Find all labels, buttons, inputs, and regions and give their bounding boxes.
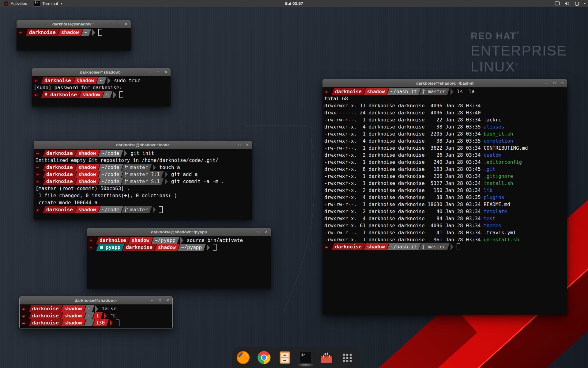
terminal-line: darknoiseshadow~130 [20,319,172,326]
close-button[interactable]: ✕ [245,143,249,147]
toolbox-icon [319,351,334,365]
terminal-content[interactable]: darknoiseshadow~ [17,28,131,51]
ls-row-meta: drwxrwxr-x. 61 darknoise darknoise 4096 … [322,222,484,229]
git-branch-icon [125,172,128,177]
ls-row-filename: .git [484,166,496,173]
dock-files-button[interactable] [278,351,292,365]
ls-row-filename: bash_it.sh [484,130,513,137]
prompt-segment-host: shadow [75,164,100,171]
maximize-button[interactable]: □ [158,298,162,302]
maximize-button[interactable]: □ [552,81,556,85]
terminal-window-sudo[interactable]: darknoise@shadow:~–□✕darknoiseshadow~sud… [32,68,171,106]
redhat-prompt-icon [324,245,329,249]
terminal-window-bash-it[interactable]: darknoise@shadow:~/bash-it–□✕darknoisesh… [322,79,567,315]
window-buttons: –□✕ [108,20,128,28]
minimize-button[interactable]: – [545,81,548,85]
minimize-button[interactable]: – [108,22,112,26]
redhat-prompt-icon [36,165,40,170]
ls-row-meta: -rw-rw-r--. 1 darknoise darknoise 22 Jan… [322,116,484,123]
window-titlebar[interactable]: darknoise@shadow:~/pyapp–□✕ [87,228,271,236]
git-branch-icon [125,165,128,170]
terminal-line: drwxrwxr-x. 11 darknoise darknoise 4096 … [322,102,567,109]
window-title: darknoise@shadow:~ [75,298,118,303]
minimize-button[interactable]: – [148,70,152,74]
terminal-line: -rw-rw-r--. 1 darknoise darknoise 3622 J… [322,144,567,151]
activities-button[interactable]: Activities [0,0,31,7]
clock[interactable]: Sat 03:57 [285,1,303,6]
close-button[interactable]: ✕ [264,230,268,234]
prompt-arrow-icon [450,243,454,250]
ls-row-filename: uninstall.sh [484,236,519,243]
redhat-prompt-icon [36,151,40,155]
command-text: git add a [171,171,198,178]
window-title: darknoise@shadow:~ [80,70,123,75]
minimize-button[interactable]: – [150,298,154,302]
ls-row-filename: .gitignore [484,173,513,180]
prompt-os-segment [322,88,334,95]
prompt-segment-path: ~/code [98,206,123,213]
prompt-os-segment [34,171,45,178]
terminal-line: drwxrwxr-x. 2 darknoise darknoise 150 Ja… [322,187,567,194]
dock-terminal-button[interactable]: $> [299,351,313,365]
minimize-button[interactable]: – [248,230,252,234]
maximize-button[interactable]: □ [116,22,120,26]
git-branch-icon [422,244,426,249]
dock-chrome-button[interactable] [257,351,271,365]
redhat-wallpaper-logo: RED HAT® ENTERPRISE LINUX® [471,31,567,74]
desktop: RED HAT® ENTERPRISE LINUX® Activities $>… [0,0,588,368]
close-button[interactable]: ✕ [124,22,128,26]
prompt-os-segment [32,91,43,98]
terminal-content[interactable]: darknoiseshadow~falsedarknoiseshadow~1^C… [20,305,172,328]
terminal-window-home-small[interactable]: darknoise@shadow:~–□✕darknoiseshadow~ [17,20,131,51]
terminal-content[interactable]: darknoiseshadow~/codegit initInitialized… [34,149,252,220]
prompt-segment-path: ~ [96,77,107,84]
prompt-os-segment [20,319,31,326]
terminal-line: darknoiseshadow~1^C [20,312,172,319]
command-text: source bin/activate [187,237,243,244]
redhat-prompt-icon [36,208,40,212]
brand-line-3: LINUX® [471,59,567,74]
terminal-cursor [116,320,119,326]
terminal-window-code[interactable]: darknoise@shadow:~/code–□✕darknoiseshado… [34,141,252,220]
app-menu-terminal[interactable]: $> Terminal ▼ [31,0,66,7]
terminal-cursor [98,29,102,36]
prompt-segment-path: ~ [84,312,95,319]
maximize-button[interactable]: □ [156,70,160,74]
window-titlebar[interactable]: darknoise@shadow:~/code–□✕ [34,141,252,149]
prompt-segment-path: ~/pyapp [178,244,206,251]
window-titlebar[interactable]: darknoise@shadow:~–□✕ [17,20,131,28]
terminal-content[interactable]: darknoiseshadow~/bash-itmasterls -latota… [322,87,567,315]
terminal-line: drwxrwxr-x. 61 darknoise darknoise 4096 … [322,222,567,229]
maximize-button[interactable]: □ [237,143,241,147]
prompt-segment-path: ~/code [98,171,123,178]
system-status-menu[interactable]: ▾ [555,0,586,7]
minimize-button[interactable]: – [229,143,233,147]
terminal-line: create mode 100644 a [34,199,252,206]
terminal-content[interactable]: darknoiseshadow~/pyappsource bin/activat… [87,236,271,289]
prompt-os-segment [322,243,334,250]
terminal-line: darknoiseshadow~/bash-itmasterls -la [322,88,567,95]
dock-app-grid-button[interactable] [340,351,354,365]
window-title: darknoise@shadow:~/code [116,143,170,147]
window-titlebar[interactable]: darknoise@shadow:~–□✕ [32,68,171,76]
terminal-line: # darknoiseshadow~ [32,91,171,98]
prompt-arrow-icon [207,244,210,251]
close-button[interactable]: ✕ [164,70,168,74]
dock-firefox-button[interactable] [236,351,250,365]
close-button[interactable]: ✕ [166,298,170,302]
ls-row-filename: .editorconfig [484,159,522,166]
terminal-line: darknoiseshadow~sudo true [32,77,171,84]
window-titlebar[interactable]: darknoise@shadow:~–□✕ [20,296,172,305]
activities-label: Activities [11,1,27,6]
terminal-line: darknoiseshadow~/bash-itmaster [322,243,567,250]
prompt-segment-path: ~/pyapp [152,237,179,244]
terminal-cursor [159,206,163,213]
close-button[interactable]: ✕ [560,81,564,85]
prompt-segment-path: ~ [102,91,113,98]
terminal-window-exitcodes[interactable]: darknoise@shadow:~–□✕darknoiseshadow~fal… [20,296,172,328]
terminal-window-pyapp[interactable]: darknoise@shadow:~/pyapp–□✕darknoiseshad… [87,228,271,289]
dock-toolbox-button[interactable] [319,351,334,365]
window-titlebar[interactable]: darknoise@shadow:~/bash-it–□✕ [322,79,567,87]
maximize-button[interactable]: □ [256,230,260,234]
terminal-content[interactable]: darknoiseshadow~sudo true[sudo] password… [32,76,171,106]
